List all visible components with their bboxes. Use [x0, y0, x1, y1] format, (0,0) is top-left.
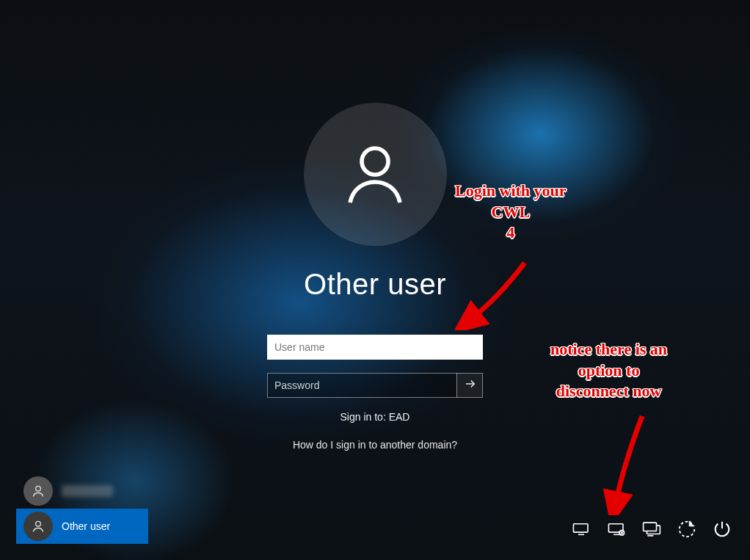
username-input[interactable] [267, 335, 483, 360]
avatar-icon [23, 512, 53, 541]
user-tile[interactable] [16, 473, 148, 509]
switch-desktop-button[interactable] [641, 520, 662, 541]
submit-button[interactable] [456, 373, 483, 398]
corner-icons [571, 520, 732, 541]
login-form: Other user Sign in to: EAD How do I sign… [228, 103, 522, 451]
avatar-circle [304, 103, 447, 246]
disconnect-button[interactable] [606, 520, 627, 541]
user-name-redacted [62, 485, 113, 497]
switch-desktop-icon [642, 520, 661, 542]
user-tile-label: Other user [62, 520, 110, 532]
network-icon [572, 520, 591, 542]
password-row [267, 373, 483, 398]
svg-point-0 [362, 148, 388, 175]
password-input[interactable] [267, 373, 456, 398]
svg-rect-7 [644, 523, 657, 531]
arrow-right-icon [464, 377, 477, 393]
svg-rect-3 [573, 524, 588, 532]
signin-domain-label: Sign in to: EAD [228, 411, 522, 423]
username-row [267, 335, 483, 360]
ease-of-access-button[interactable] [677, 520, 697, 541]
annotation-arrow-2 [602, 412, 660, 515]
disconnect-icon [607, 520, 626, 542]
login-title: Other user [228, 268, 522, 301]
domain-help-link[interactable]: How do I sign in to another domain? [228, 439, 522, 451]
power-icon [713, 520, 732, 542]
annotation-disconnect: notice there is an option to disconnect … [550, 339, 667, 402]
ease-of-access-icon [677, 520, 696, 542]
power-button[interactable] [712, 520, 732, 541]
network-button[interactable] [571, 520, 591, 541]
user-list: Other user [16, 473, 148, 544]
svg-point-1 [36, 486, 41, 491]
user-tile-other-user[interactable]: Other user [16, 509, 148, 544]
person-icon [340, 138, 410, 211]
avatar-icon [23, 476, 53, 506]
svg-point-2 [36, 521, 41, 526]
